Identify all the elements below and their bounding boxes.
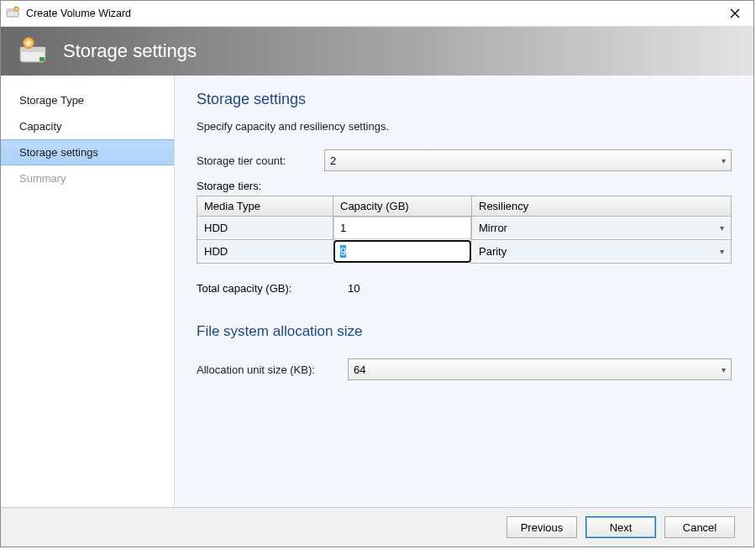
alloc-unit-value: 64 [354,363,722,376]
resiliency-value: Parity [479,245,507,258]
capacity-input[interactable] [333,240,471,263]
wizard-window: Create Volume Wizard Storage settings St… [0,0,754,547]
sidebar-item-capacity[interactable]: Capacity [1,113,174,139]
tier-count-select[interactable]: 2 ▾ [324,149,732,171]
resiliency-select[interactable]: Mirror▾ [472,218,731,238]
svg-rect-5 [39,57,45,61]
wizard-sidebar: Storage Type Capacity Storage settings S… [1,76,175,507]
previous-button[interactable]: Previous [507,516,577,538]
alloc-unit-select[interactable]: 64 ▾ [348,358,732,380]
resiliency-select[interactable]: Parity▾ [472,242,731,261]
tiers-label: Storage tiers: [197,180,732,192]
main-panel: Storage settings Specify capacity and re… [175,76,753,507]
cancel-button[interactable]: Cancel [664,516,735,538]
next-button[interactable]: Next [585,516,656,538]
capacity-input[interactable] [333,217,471,239]
banner-storage-icon [18,34,51,68]
page-heading: Storage settings [197,91,732,108]
close-button[interactable] [717,1,753,26]
app-icon [6,5,21,23]
page-instructions: Specify capacity and resiliency settings… [197,120,732,133]
fs-alloc-heading: File system allocation size [197,323,732,340]
col-header-resiliency[interactable]: Resiliency [472,196,732,217]
titlebar: Create Volume Wizard [1,1,753,27]
media-type-cell: HDD [197,218,333,238]
sidebar-item-label: Summary [19,172,66,185]
banner-title: Storage settings [63,40,197,62]
cancel-button-label: Cancel [683,521,717,534]
sidebar-item-storage-type[interactable]: Storage Type [1,87,174,113]
total-capacity-value: 10 [348,282,360,295]
media-type-cell: HDD [197,242,333,261]
previous-button-label: Previous [521,521,564,534]
sidebar-item-label: Storage Type [19,94,84,107]
svg-rect-4 [20,47,45,52]
resiliency-value: Mirror [479,222,507,234]
chevron-down-icon: ▾ [720,223,724,233]
table-row: HDDParity▾ [197,240,732,264]
storage-tiers-table: Media Type Capacity (GB) Resiliency HDDM… [197,196,732,264]
tier-count-value: 2 [330,154,722,167]
wizard-footer: Previous Next Cancel [1,507,753,546]
table-row: HDDMirror▾ [197,217,732,240]
col-header-media[interactable]: Media Type [197,196,333,217]
chevron-down-icon: ▾ [722,365,726,374]
col-header-capacity[interactable]: Capacity (GB) [333,196,472,217]
sidebar-item-label: Storage settings [19,146,98,159]
tier-count-label: Storage tier count: [197,154,324,167]
chevron-down-icon: ▾ [722,156,726,165]
sidebar-item-label: Capacity [19,120,62,133]
next-button-label: Next [610,521,633,534]
chevron-down-icon: ▾ [720,247,724,256]
total-capacity-label: Total capacity (GB): [197,282,348,295]
sidebar-item-storage-settings[interactable]: Storage settings [1,139,174,165]
window-title: Create Volume Wizard [26,8,717,19]
alloc-unit-label: Allocation unit size (KB): [197,363,348,376]
sidebar-item-summary[interactable]: Summary [1,165,174,191]
banner: Storage settings [1,27,753,76]
